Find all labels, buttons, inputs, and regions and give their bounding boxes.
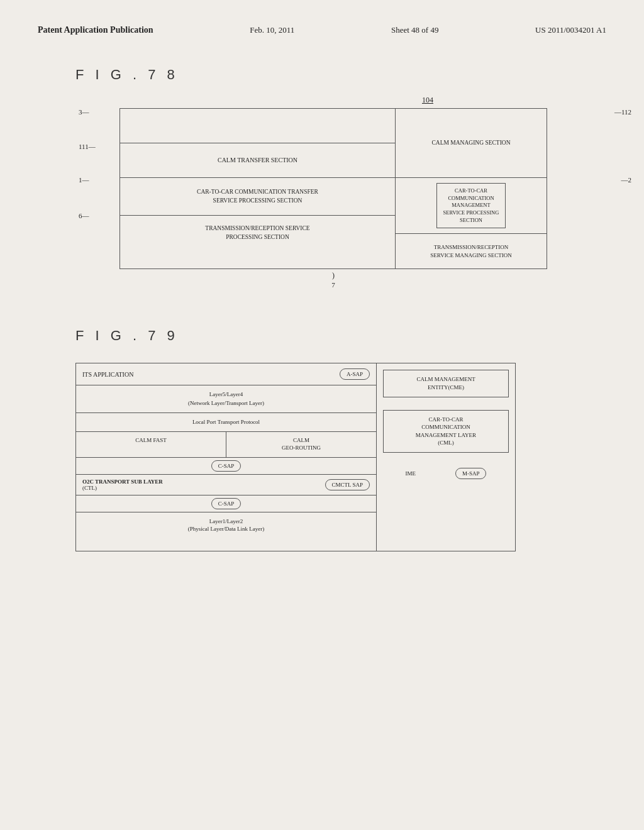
fig79-section: F I G . 7 9 ITS APPLICATION A-SAP Layer5…: [75, 328, 606, 551]
fig79-diagram: ITS APPLICATION A-SAP Layer5/Layer4(Netw…: [75, 363, 606, 551]
m-sap-oval: M-SAP: [455, 468, 487, 479]
label-2: —2: [621, 176, 632, 184]
page-header: Patent Application Publication Feb. 10, …: [38, 25, 606, 35]
fig78-cell-calm-transfer: CALM TRANSFER SECTION: [120, 143, 395, 178]
fig78-diagram: 104 3— 111— 1— 6— —112 —2 CALM TRANSFER …: [119, 96, 606, 290]
fig79-car-to-car-mgmt-box: CAR-TO-CARCOMMUNICATIONMANAGEMENT LAYER(…: [383, 410, 509, 453]
fig78-arrow-down: )7: [119, 271, 547, 290]
fig78-cell-calm-managing: CALM MANAGING SECTION: [396, 109, 547, 178]
header-patent: US 2011/0034201 A1: [535, 25, 606, 35]
fig78-cell-car-to-car-left: CAR-TO-CAR COMMUNICATION TRANSFERSERVICE…: [120, 178, 395, 216]
fig79-calm-row: CALM FAST CALMGeo-Routing: [76, 432, 376, 457]
fig78-section: F I G . 7 8 104 3— 111— 1— 6— —112 —2: [75, 67, 606, 290]
fig79-its-app-row: ITS APPLICATION A-SAP: [76, 363, 376, 385]
fig79-o2c-row: O2C TRANSPORT SUB LAYER (CTL) CMCTL SAP: [76, 475, 376, 495]
fig78-cell-empty: [120, 109, 395, 143]
fig79-calm-mgmt-box: CALM ManagementEntity(CME): [383, 370, 509, 397]
fig78-right-column: CALM MANAGING SECTION CAR-TO-CARCOMMUNIC…: [396, 109, 547, 268]
fig79-left-column: ITS APPLICATION A-SAP Layer5/Layer4(Netw…: [76, 363, 377, 551]
label-3: 3—: [79, 108, 89, 116]
fig78-cell-txrx-right: TRANSMISSION/RECEPTIONSERVICE MANAGING S…: [396, 234, 547, 268]
a-sap-oval: A-SAP: [340, 368, 370, 380]
header-sheet: Sheet 48 of 49: [391, 25, 438, 35]
label-6: 6—: [79, 212, 89, 219]
fig78-title: F I G . 7 8: [75, 67, 606, 83]
fig79-layer1-cell: Layer1/Layer2(Physical Layer/Data Link L…: [76, 512, 376, 538]
header-publication: Patent Application Publication: [38, 25, 153, 35]
fig79-calm-geo-cell: CALMGeo-Routing: [226, 432, 376, 456]
label-111: 111—: [79, 143, 96, 150]
fig79-right-column: CALM ManagementEntity(CME) CAR-TO-CARCOM…: [377, 363, 515, 551]
c-sap-top-oval: C-SAP: [211, 460, 242, 472]
fig79-c-sap-top-row: C-SAP: [76, 458, 376, 475]
label-112: —112: [614, 108, 631, 116]
fig79-ime-row: IME M-SAP: [383, 465, 509, 482]
page: Patent Application Publication Feb. 10, …: [0, 0, 644, 830]
fig79-outer-box: ITS APPLICATION A-SAP Layer5/Layer4(Netw…: [75, 363, 516, 551]
fig79-o2c-label: O2C TRANSPORT SUB LAYER (CTL): [82, 479, 163, 491]
fig79-c-sap-bottom-row: C-SAP: [76, 495, 376, 512]
fig78-outer-box: CALM TRANSFER SECTION CAR-TO-CAR COMMUNI…: [119, 108, 547, 269]
label-1: 1—: [79, 176, 89, 184]
c-sap-bottom-oval: C-SAP: [211, 498, 242, 509]
fig79-layer5-cell: Layer5/Layer4(Network Layer/Transport La…: [76, 385, 376, 413]
fig78-cell-car-to-car-right: CAR-TO-CARCOMMUNICATIONMANAGEMENTSERVICE…: [396, 178, 547, 234]
fig79-local-port-cell: Local Port Transport Protocol: [76, 413, 376, 432]
header-date: Feb. 10, 2011: [250, 25, 294, 35]
cmctl-sap-oval: CMCTL SAP: [325, 479, 370, 490]
inner-car-to-car-box: CAR-TO-CARCOMMUNICATIONMANAGEMENTSERVICE…: [436, 183, 506, 228]
fig79-calm-fast-cell: CALM FAST: [76, 432, 226, 456]
fig78-cell-txrx-left: TRANSMISSION/RECEPTION SERVICEPROCESSING…: [120, 216, 395, 250]
fig79-title: F I G . 7 9: [75, 328, 606, 344]
fig78-ref-104: 104: [321, 96, 535, 105]
fig78-left-column: CALM TRANSFER SECTION CAR-TO-CAR COMMUNI…: [120, 109, 396, 268]
